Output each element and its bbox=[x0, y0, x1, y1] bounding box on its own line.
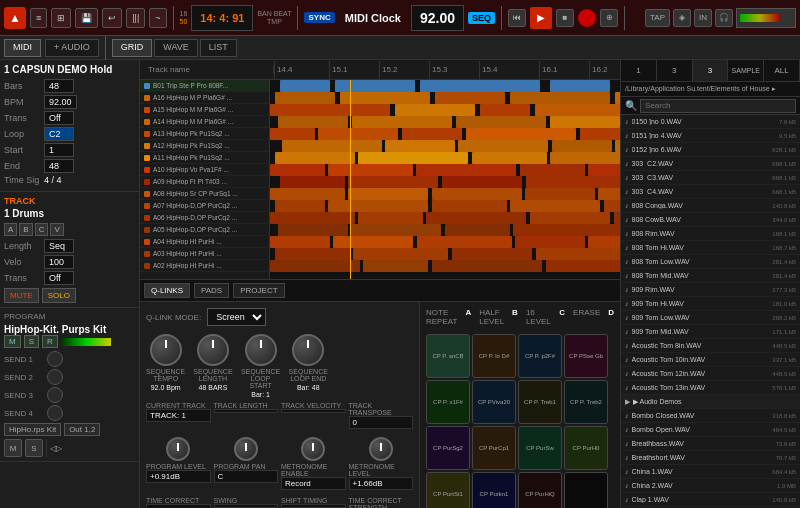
record-btn[interactable] bbox=[578, 9, 596, 27]
pads-tab[interactable]: PADS bbox=[194, 283, 229, 298]
btn-c[interactable]: C bbox=[35, 223, 49, 236]
note-block-14-3[interactable] bbox=[536, 248, 620, 260]
list-item[interactable]: ♪0150 ]no 0.WAV7.6 kB bbox=[621, 115, 800, 129]
time-sig-value[interactable]: 4 / 4 bbox=[44, 175, 62, 185]
program-pan-knob[interactable] bbox=[234, 437, 258, 461]
note-block-13-2[interactable] bbox=[417, 236, 512, 248]
note-block-0-2[interactable] bbox=[420, 80, 540, 92]
note-block-11-1[interactable] bbox=[358, 212, 423, 224]
btn-v[interactable]: V bbox=[50, 223, 63, 236]
note-block-6-2[interactable] bbox=[472, 152, 547, 164]
loop-value[interactable]: C2 bbox=[44, 127, 74, 141]
seq-tab[interactable]: 3 bbox=[657, 60, 693, 81]
midi-out-btn[interactable]: IN bbox=[694, 9, 712, 27]
rewind-btn[interactable]: ⏮ bbox=[508, 9, 526, 27]
note-block-7-4[interactable] bbox=[588, 164, 620, 176]
pad-button[interactable]: CP P. snCB bbox=[426, 334, 470, 378]
note-block-13-4[interactable] bbox=[588, 236, 620, 248]
length-value[interactable]: Seq bbox=[44, 239, 74, 253]
track-label-9[interactable]: A08 HipHop Sr CP PurSg1 ... bbox=[140, 188, 269, 200]
list-item[interactable]: ♪808 Conga.WAV140.8 kB bbox=[621, 199, 800, 213]
note-block-13-1[interactable] bbox=[333, 236, 413, 248]
stop-btn[interactable]: ■ bbox=[556, 9, 574, 27]
tab-wave[interactable]: WAVE bbox=[154, 39, 198, 57]
pad-button[interactable]: CP PurCp1 bbox=[472, 426, 516, 470]
track-label-5[interactable]: A12 HipHop Pk Pu1Sq2 ... bbox=[140, 140, 269, 152]
note-block-11-0[interactable] bbox=[270, 212, 355, 224]
tab-audio[interactable]: + AUDIO bbox=[45, 39, 99, 57]
track-label-4[interactable]: A13 HipHop Pk Pu1Sq2 ... bbox=[140, 128, 269, 140]
all-tab[interactable]: ALL bbox=[764, 60, 800, 81]
mix-m-btn[interactable]: M bbox=[4, 439, 22, 457]
note-block-1-3[interactable] bbox=[510, 92, 610, 104]
toolbar-save-btn[interactable]: 💾 bbox=[75, 8, 98, 28]
seq-length-knob[interactable] bbox=[197, 334, 229, 366]
track-content[interactable] bbox=[270, 80, 620, 280]
qlinks-tab[interactable]: Q-LINKS bbox=[144, 283, 190, 298]
pad-button[interactable]: CP P. lo D# bbox=[472, 334, 516, 378]
note-block-1-0[interactable] bbox=[275, 92, 335, 104]
play-btn[interactable]: ▶ bbox=[530, 7, 552, 29]
pad-button[interactable]: CP PurHiQ bbox=[518, 472, 562, 508]
note-block-8-2[interactable] bbox=[442, 176, 522, 188]
tap-tempo-btn[interactable]: TAP bbox=[645, 9, 670, 27]
list-item[interactable]: ♪Acoustic Tom 10in.WAV337.1 kB bbox=[621, 353, 800, 367]
qlink-mode-select[interactable]: Screen bbox=[207, 308, 266, 326]
note-block-7-3[interactable] bbox=[520, 164, 585, 176]
note-block-9-4[interactable] bbox=[598, 188, 620, 200]
tab-list[interactable]: LIST bbox=[200, 39, 237, 57]
list-item[interactable]: ♪909 Tom Mid.WAV171.1 kB bbox=[621, 325, 800, 339]
note-block-10-4[interactable] bbox=[604, 200, 620, 212]
note-block-15-0[interactable] bbox=[270, 260, 360, 272]
note-block-10-0[interactable] bbox=[275, 200, 325, 212]
list-item[interactable]: ♪Acoustic Tom 8in.WAV448.5 kB bbox=[621, 339, 800, 353]
loop-start-knob[interactable] bbox=[245, 334, 277, 366]
note-block-14-2[interactable] bbox=[452, 248, 532, 260]
note-block-5-3[interactable] bbox=[552, 140, 612, 152]
list-item[interactable]: ♪808 CowB.WAV344.0 kB bbox=[621, 213, 800, 227]
note-block-8-3[interactable] bbox=[526, 176, 620, 188]
app-logo[interactable]: ▲ bbox=[4, 7, 26, 29]
track-label-7[interactable]: A10 HipHop Vo Pva1F# ... bbox=[140, 164, 269, 176]
list-item[interactable]: ♪909 Tom Low.WAV268.2 kB bbox=[621, 311, 800, 325]
pad-button[interactable]: CP PurtSt1 bbox=[426, 472, 470, 508]
pad-button[interactable]: CP Purkn1 bbox=[472, 472, 516, 508]
headphones-btn[interactable]: 🎧 bbox=[715, 9, 733, 27]
note-block-12-2[interactable] bbox=[445, 224, 510, 236]
velo-value[interactable]: 100 bbox=[44, 255, 74, 269]
note-block-7-2[interactable] bbox=[416, 164, 516, 176]
pad-button[interactable]: CP P. x1F# bbox=[426, 380, 470, 424]
bpm-value[interactable]: 92.00 bbox=[44, 95, 77, 109]
seq-tempo-knob[interactable] bbox=[150, 334, 182, 366]
note-block-9-0[interactable] bbox=[270, 188, 345, 200]
note-block-2-3[interactable] bbox=[535, 104, 620, 116]
list-item[interactable]: ♪Clap 1.WAV140.8 kB bbox=[621, 493, 800, 507]
note-block-13-3[interactable] bbox=[515, 236, 585, 248]
note-block-6-1[interactable] bbox=[358, 152, 468, 164]
note-block-2-0[interactable] bbox=[270, 104, 390, 116]
track-label-13[interactable]: A04 HipHop Ht PurHi ... bbox=[140, 236, 269, 248]
list-item[interactable]: ♪808 Tom Low.WAV281.4 kB bbox=[621, 255, 800, 269]
note-block-14-1[interactable] bbox=[353, 248, 448, 260]
send2-knob[interactable] bbox=[47, 369, 63, 385]
bpm-display[interactable]: 92.00 bbox=[411, 5, 464, 31]
pad-button[interactable]: CP PurSg2 bbox=[426, 426, 470, 470]
tab-midi[interactable]: MIDI bbox=[4, 39, 41, 57]
note-block-15-1[interactable] bbox=[363, 260, 428, 272]
note-block-2-2[interactable] bbox=[480, 104, 530, 116]
list-item[interactable]: ♪Bombo Open.WAV464.5 kB bbox=[621, 423, 800, 437]
list-item[interactable]: ♪808 Tom Mid.WAV281.4 kB bbox=[621, 269, 800, 283]
note-block-8-0[interactable] bbox=[280, 176, 345, 188]
pad-button[interactable]: CP PurH0 bbox=[564, 426, 608, 470]
proj-tab[interactable]: 1 bbox=[621, 60, 657, 81]
note-block-13-0[interactable] bbox=[270, 236, 330, 248]
toolbar-grid-btn[interactable]: ⊞ bbox=[51, 8, 71, 28]
note-block-6-3[interactable] bbox=[550, 152, 620, 164]
metro-enable-knob[interactable] bbox=[301, 437, 325, 461]
note-block-1-2[interactable] bbox=[435, 92, 505, 104]
track-label-14[interactable]: A03 HipHop Ht PurHi ... bbox=[140, 248, 269, 260]
toolbar-undo-btn[interactable]: ↩ bbox=[102, 8, 122, 28]
list-item[interactable]: ♪808 Rim.WAV168.1 kB bbox=[621, 227, 800, 241]
btn-b[interactable]: B bbox=[19, 223, 32, 236]
note-block-3-2[interactable] bbox=[456, 116, 546, 128]
